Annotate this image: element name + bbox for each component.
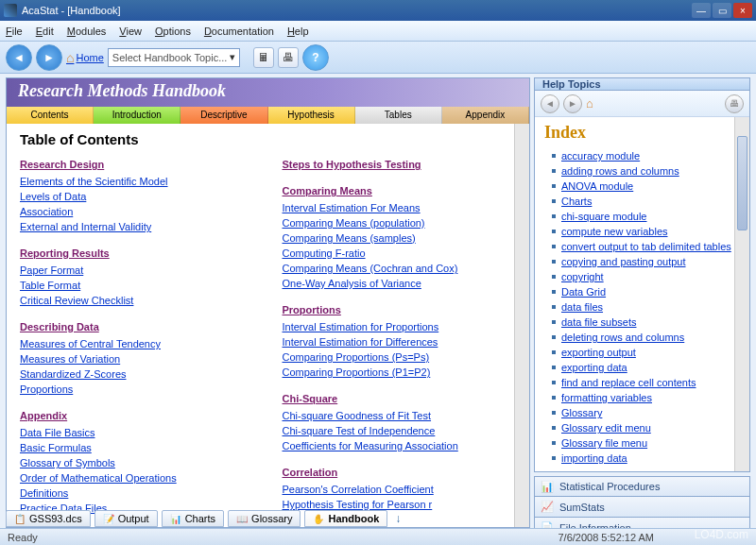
toc-link[interactable]: Standardized Z-Scores (20, 366, 254, 382)
index-link[interactable]: formatting variables (561, 390, 652, 405)
toc-link[interactable]: Basic Formulas (20, 440, 254, 455)
menu-modules[interactable]: Modules (67, 26, 107, 37)
help-topics-header[interactable]: Help Topics (534, 77, 750, 91)
tab-contents[interactable]: Contents (7, 107, 94, 124)
index-link[interactable]: Glossary file menu (561, 435, 647, 451)
index-scrollbar[interactable] (734, 117, 749, 471)
content-scrollbar[interactable] (514, 124, 529, 527)
toc-link[interactable]: Measures of Variation (20, 351, 254, 366)
close-button[interactable]: × (733, 3, 752, 18)
menu-help[interactable]: Help (287, 26, 309, 37)
tab-overflow-icon[interactable]: ↓ (395, 512, 401, 525)
tab-hypothesis[interactable]: Hypothesis (268, 107, 355, 124)
toc-link[interactable]: Interval Estimation for Proportions (283, 319, 517, 334)
toc-group-header[interactable]: Research Design (20, 157, 254, 172)
minimize-button[interactable]: — (692, 3, 711, 18)
toc-link[interactable]: Data File Basics (20, 425, 254, 440)
menu-edit[interactable]: Edit (36, 26, 54, 37)
bullet-icon (552, 199, 556, 203)
help-back-button[interactable]: ◄ (541, 94, 559, 113)
menu-options[interactable]: Options (155, 26, 191, 37)
stack-item[interactable]: 📊Statistical Procedures (534, 476, 750, 497)
toc-group-header[interactable]: Proportions (283, 302, 517, 317)
index-link[interactable]: exporting output (561, 345, 636, 360)
toc-link[interactable]: Comparing Means (Cochran and Cox) (283, 261, 517, 276)
document-tab[interactable]: 📝Output (94, 510, 158, 527)
toc-link[interactable]: Measures of Central Tendency (20, 336, 254, 351)
menu-view[interactable]: View (119, 26, 142, 37)
toc-link[interactable]: Pearson's Correlation Coefficient (283, 482, 517, 497)
toc-link[interactable]: Levels of Data (20, 189, 254, 204)
forward-button[interactable]: ► (36, 44, 62, 71)
index-link[interactable]: data file subsets (561, 315, 637, 330)
index-link[interactable]: adding rows and columns (561, 163, 679, 179)
index-link[interactable]: deleting rows and columns (561, 330, 684, 345)
toc-group-header[interactable]: Describing Data (20, 319, 254, 334)
toc-group-header[interactable]: Chi-Square (283, 391, 517, 406)
index-link[interactable]: exporting data (561, 360, 627, 375)
index-link[interactable]: ANOVA module (561, 179, 633, 194)
toc-link[interactable]: Table Format (20, 278, 254, 293)
toc-link[interactable]: Order of Mathematical Operations (20, 470, 254, 485)
toc-link[interactable]: Comparing Proportions (P1=P2) (283, 365, 517, 380)
toc-link[interactable]: One-Way Analysis of Variance (283, 276, 517, 291)
toc-link[interactable]: Elements of the Scientific Model (20, 174, 254, 189)
toc-link[interactable]: Coefficients for Measuring Association (283, 438, 517, 453)
tab-descriptive[interactable]: Descriptive (180, 107, 267, 124)
help-forward-button[interactable]: ► (563, 94, 582, 113)
toc-link[interactable]: Association (20, 204, 254, 219)
toc-group-header[interactable]: Appendix (20, 408, 254, 423)
toc-link[interactable]: Comparing Proportions (Ps=Ps) (283, 349, 517, 365)
document-tab[interactable]: 📊Charts (162, 510, 224, 527)
index-link[interactable]: importing data (561, 451, 627, 466)
index-link[interactable]: data files (561, 299, 603, 315)
menu-documentation[interactable]: Documentation (204, 26, 274, 37)
document-tab[interactable]: 📋GSS93.dcs (6, 510, 91, 527)
topic-dropdown[interactable]: Select Handbook Topic... ▾ (108, 48, 240, 67)
toc-link[interactable]: Comparing Means (population) (283, 215, 517, 230)
help-home-icon[interactable]: ⌂ (586, 96, 593, 111)
index-link[interactable]: Glossary (561, 405, 602, 420)
tab-appendix[interactable]: Appendix (442, 107, 529, 124)
calculator-button[interactable]: 🖩 (253, 47, 274, 68)
toc-link[interactable]: Interval Estimation For Means (283, 200, 517, 215)
toc-link[interactable]: Proportions (20, 382, 254, 397)
back-button[interactable]: ◄ (6, 44, 32, 71)
index-link[interactable]: convert output to tab delimited tables (561, 239, 731, 254)
index-link[interactable]: chi-square module (561, 209, 647, 224)
index-link[interactable]: find and replace cell contents (561, 375, 696, 390)
toc-group-header[interactable]: Comparing Means (283, 183, 517, 198)
toc-link[interactable]: Paper Format (20, 263, 254, 278)
index-link[interactable]: copying and pasting output (561, 254, 686, 269)
help-button[interactable]: ? (302, 44, 329, 71)
scrollbar-thumb[interactable] (737, 136, 747, 230)
menu-file[interactable]: File (6, 26, 23, 37)
document-tab[interactable]: ✋Handbook (304, 510, 387, 527)
stack-item[interactable]: 📈SumStats (534, 497, 750, 518)
index-link[interactable]: Data Grid (561, 284, 606, 299)
toc-link[interactable]: Comparing Means (samples) (283, 230, 517, 246)
toc-group-header[interactable]: Steps to Hypothesis Testing (283, 157, 517, 172)
index-link[interactable]: accuracy module (561, 148, 640, 163)
toc-group-header[interactable]: Correlation (283, 465, 517, 480)
toc-link[interactable]: Glossary of Symbols (20, 455, 254, 470)
index-link[interactable]: compute new variables (561, 224, 668, 239)
help-print-button[interactable]: 🖶 (725, 94, 744, 113)
toc-link[interactable]: Definitions (20, 485, 254, 501)
tab-tables[interactable]: Tables (355, 107, 442, 124)
print-button[interactable]: 🖶 (278, 47, 299, 68)
index-link[interactable]: Charts (561, 194, 592, 209)
toc-group-header[interactable]: Reporting Results (20, 246, 254, 261)
toc-link[interactable]: Chi-square Test of Independence (283, 423, 517, 438)
document-tab[interactable]: 📖Glossary (228, 510, 301, 527)
index-link[interactable]: copyright (561, 269, 604, 284)
toc-link[interactable]: Computing F-ratio (283, 246, 517, 261)
toc-link[interactable]: External and Internal Validity (20, 219, 254, 234)
toc-link[interactable]: Interval Estimation for Differences (283, 334, 517, 349)
maximize-button[interactable]: ▭ (713, 3, 731, 18)
home-button[interactable]: ⌂ Home (66, 50, 104, 65)
tab-introduction[interactable]: Introduction (94, 107, 180, 124)
toc-link[interactable]: Critical Review Checklist (20, 293, 254, 308)
toc-link[interactable]: Chi-square Goodness of Fit Test (283, 408, 517, 423)
index-link[interactable]: Glossary edit menu (561, 420, 651, 435)
